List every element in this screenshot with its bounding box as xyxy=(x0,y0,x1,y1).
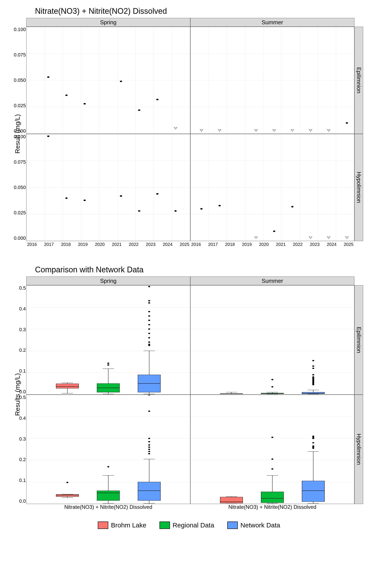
svg-point-66 xyxy=(174,210,176,212)
svg-point-44 xyxy=(346,122,348,124)
svg-point-15 xyxy=(47,76,49,78)
svg-marker-40 xyxy=(273,130,276,132)
svg-point-19 xyxy=(138,109,140,111)
svg-marker-88 xyxy=(327,237,330,239)
svg-rect-100 xyxy=(56,384,79,388)
col-strip-summer2: Summer xyxy=(190,277,354,285)
svg-point-82 xyxy=(200,208,202,210)
svg-point-120 xyxy=(148,333,150,334)
row-strip-hypo: Hypolimnion xyxy=(354,134,363,241)
svg-point-197 xyxy=(148,444,150,446)
svg-point-193 xyxy=(148,453,150,454)
svg-point-199 xyxy=(148,438,150,439)
svg-point-20 xyxy=(156,99,158,100)
scatter-xticks-l: 2016201720182019202020212022202320242025 xyxy=(26,241,190,250)
svg-point-147 xyxy=(271,386,273,388)
svg-point-194 xyxy=(148,451,150,452)
svg-marker-41 xyxy=(291,130,294,132)
svg-point-235 xyxy=(312,436,314,437)
box-facet-grid: Spring Summer Results (mg/L) Epilimnion … xyxy=(9,277,363,513)
svg-marker-43 xyxy=(327,130,330,132)
svg-marker-87 xyxy=(309,237,312,239)
svg-point-232 xyxy=(312,442,314,443)
page-root: Nitrate(NO3) + Nitrite(NO2) Dissolved Sp… xyxy=(0,0,378,588)
legend-label: Brohm Lake xyxy=(111,521,146,529)
scatter-facet-grid: Spring Summer Result (mg/L) Epilimnion H… xyxy=(9,18,363,250)
svg-point-231 xyxy=(312,445,314,447)
svg-point-198 xyxy=(148,441,150,442)
svg-point-220 xyxy=(271,468,273,470)
svg-point-119 xyxy=(148,337,150,338)
svg-point-126 xyxy=(148,302,150,304)
svg-point-196 xyxy=(148,446,150,448)
svg-point-117 xyxy=(148,344,150,345)
svg-point-62 xyxy=(83,200,86,201)
col-strip-spring2: Spring xyxy=(26,277,190,285)
svg-marker-37 xyxy=(200,130,203,132)
svg-marker-21 xyxy=(174,127,177,129)
svg-point-222 xyxy=(271,437,273,438)
svg-rect-227 xyxy=(302,481,325,502)
svg-rect-218 xyxy=(261,492,284,503)
box-panel xyxy=(26,285,190,395)
col-strip-spring: Spring xyxy=(26,18,190,27)
box-panel xyxy=(190,285,354,395)
svg-point-118 xyxy=(148,341,150,343)
svg-point-164 xyxy=(312,368,314,369)
svg-marker-38 xyxy=(218,130,221,132)
box-panel xyxy=(190,395,354,504)
row-strip-epi: Epilimnion xyxy=(354,27,363,134)
scatter-panel xyxy=(26,27,190,134)
svg-point-162 xyxy=(312,376,314,378)
svg-rect-153 xyxy=(302,392,325,394)
svg-marker-39 xyxy=(254,130,257,132)
box-panel xyxy=(26,395,190,504)
svg-point-121 xyxy=(148,328,150,330)
row-strip-hypo2: Hypolimnion xyxy=(354,395,363,504)
svg-point-122 xyxy=(148,324,150,325)
box-title: Comparison with Network Data xyxy=(35,265,369,274)
svg-marker-42 xyxy=(309,130,312,132)
svg-marker-89 xyxy=(345,237,348,239)
svg-point-60 xyxy=(47,135,49,137)
scatter-xticks-r: 2016201720182019202020212022202320242025 xyxy=(190,241,354,250)
svg-point-123 xyxy=(148,320,150,321)
legend-item-network: Network Data xyxy=(227,521,280,529)
legend-label: Network Data xyxy=(240,521,280,529)
scatter-y-axis-label: Result (mg/L) xyxy=(9,27,26,241)
box-y-axis-label: Results (mg/L) xyxy=(9,285,26,504)
svg-point-179 xyxy=(67,482,68,483)
svg-point-64 xyxy=(138,210,140,212)
svg-point-165 xyxy=(312,365,314,367)
svg-point-108 xyxy=(108,364,109,366)
svg-point-186 xyxy=(108,466,109,468)
svg-point-86 xyxy=(291,206,293,207)
svg-point-166 xyxy=(312,360,314,361)
scatter-panel xyxy=(190,134,354,241)
svg-point-148 xyxy=(271,379,273,380)
scatter-panel xyxy=(190,27,354,134)
svg-marker-84 xyxy=(254,237,257,239)
scatter-title: Nitrate(NO3) + Nitrite(NO2) Dissolved xyxy=(35,7,369,16)
svg-point-65 xyxy=(156,193,158,195)
row-strip-epi2: Epilimnion xyxy=(354,285,363,395)
scatter-panel xyxy=(26,134,190,241)
svg-rect-212 xyxy=(220,497,243,503)
svg-point-17 xyxy=(83,103,86,105)
swatch-network xyxy=(227,521,238,529)
legend-item-regional: Regional Data xyxy=(160,521,214,529)
box-xlab-r: Nitrate(NO3) + Nitrite(NO2) Dissolved xyxy=(190,504,354,513)
legend-label: Regional Data xyxy=(173,521,214,529)
swatch-brohm xyxy=(98,521,108,529)
svg-point-195 xyxy=(148,449,150,450)
legend: Brohm Lake Regional Data Network Data xyxy=(9,521,369,529)
svg-point-85 xyxy=(273,231,275,232)
svg-point-61 xyxy=(65,197,68,199)
svg-point-163 xyxy=(312,374,314,375)
svg-rect-177 xyxy=(56,494,79,496)
svg-point-200 xyxy=(148,411,150,412)
svg-point-124 xyxy=(148,315,150,317)
svg-point-16 xyxy=(65,94,68,96)
svg-point-201 xyxy=(148,395,150,396)
svg-point-63 xyxy=(120,195,122,197)
